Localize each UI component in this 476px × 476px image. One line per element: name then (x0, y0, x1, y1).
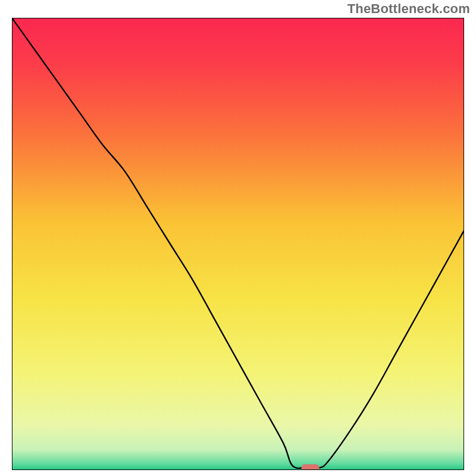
watermark-text: TheBottleneck.com (347, 1, 470, 17)
chart-svg (12, 18, 464, 470)
optimal-point-marker (302, 464, 320, 470)
gradient-field (12, 18, 464, 470)
chart-stage: TheBottleneck.com (0, 0, 476, 476)
bottleneck-chart (12, 18, 464, 470)
